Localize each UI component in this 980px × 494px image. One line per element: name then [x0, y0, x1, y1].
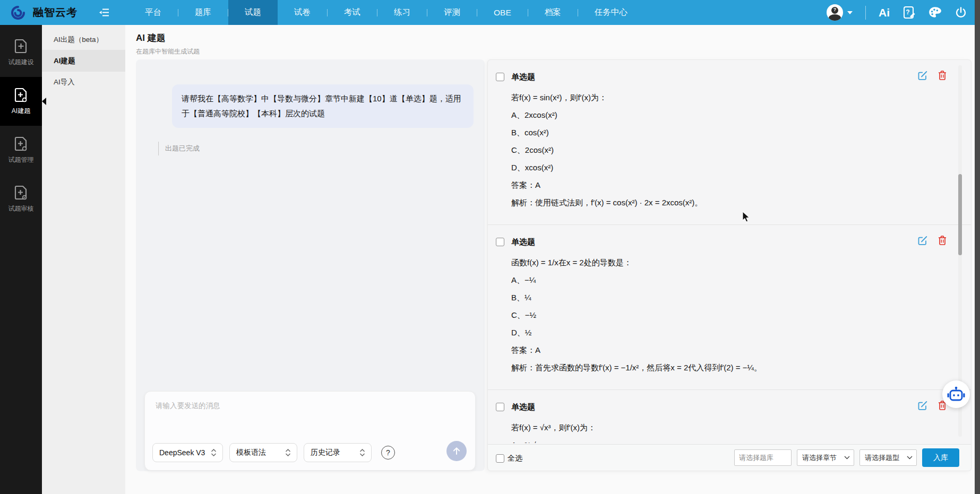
user-avatar[interactable]: ?	[827, 4, 843, 21]
select-all-label: 全选	[508, 454, 522, 463]
app-window: 融智云考 平台 题库 试题 试卷 考试 练习 评测 OBE 档案	[0, 0, 980, 494]
question-option: A、2xcos(x²)	[511, 106, 961, 124]
question-checkbox[interactable]	[496, 238, 504, 246]
menu-collapse-icon[interactable]	[99, 8, 109, 17]
question-type-label: 单选题	[511, 402, 535, 412]
nav-task-center[interactable]: 任务中心	[578, 0, 644, 25]
page-title: AI 建题	[136, 32, 166, 44]
edit-icon[interactable]	[917, 235, 928, 246]
generated-questions-panel: 单选题 若f(x) = sin(x²)，则f′(x)为： A、2xcos(x²)…	[487, 59, 972, 471]
topbar-divider	[865, 6, 866, 20]
chat-toolbar: DeepSeek V3 模板语法 历史记	[152, 443, 395, 462]
status-text: 出题已完成	[165, 144, 200, 153]
logout-power-icon[interactable]	[955, 6, 967, 19]
bank-select-input[interactable]	[734, 449, 792, 466]
module-sidebar: 试题建设 AI建题 试题管理 试题审核	[0, 25, 42, 494]
doc-plus-gear-icon	[14, 87, 28, 103]
question-option: D、½	[511, 324, 961, 341]
question-card: 单选题 函数f(x) = 1/x在x = 2处的导数是： A、−¼ B、¼ C、…	[488, 225, 972, 390]
question-card: 单选题 若f(x) = sin(x²)，则f′(x)为： A、2xcos(x²)…	[488, 60, 972, 225]
panel-scrollbar-thumb[interactable]	[958, 174, 962, 255]
brand-name: 融智云考	[33, 5, 78, 20]
edit-icon[interactable]	[917, 70, 928, 81]
message-input[interactable]	[148, 395, 467, 432]
doc-plus-shield-icon	[14, 136, 28, 152]
history-selector[interactable]: 历史记录	[304, 443, 372, 462]
model-selector[interactable]: DeepSeek V3	[152, 443, 223, 462]
sidebar-item-question-review[interactable]: 试题审核	[0, 175, 42, 223]
question-option: B、cos(x²)	[511, 124, 961, 141]
history-selector-value: 历史记录	[311, 448, 340, 457]
nav-question-bank[interactable]: 题库	[178, 0, 228, 25]
nav-questions[interactable]: 试题	[228, 0, 278, 25]
template-selector-value: 模板语法	[236, 448, 266, 457]
sidebar-item-ai-question[interactable]: AI建题	[0, 77, 42, 126]
edit-icon[interactable]	[917, 400, 928, 411]
select-all-checkbox[interactable]	[496, 454, 504, 463]
question-option: A、−¼	[511, 271, 961, 289]
question-type-label: 单选题	[511, 72, 535, 82]
sidebar-item-question-building[interactable]: 试题建设	[0, 28, 42, 77]
nav-evaluation[interactable]: 评测	[427, 0, 477, 25]
sidebar-item-label: AI建题	[12, 107, 30, 116]
questions-scroll-area: 单选题 若f(x) = sin(x²)，则f′(x)为： A、2xcos(x²)…	[488, 60, 972, 443]
question-answer: 答案：A	[511, 341, 961, 359]
sidebar-item-label: 试题建设	[8, 58, 34, 67]
help-icon[interactable]: ?	[381, 446, 395, 460]
doc-plus-check-icon	[14, 185, 28, 201]
user-message-bubble: 请帮我在【高等数学】中【导数与微分】章节中新建【10】道【单选】题，适用于【普通…	[172, 84, 474, 128]
submenu-sidebar: AI出题（beta） AI建题 AI导入	[42, 25, 125, 494]
question-card: 单选题 若f(x) = √x³，则f′(x)为： A、³⁄₂√x	[488, 390, 972, 443]
question-stem: 若f(x) = √x³，则f′(x)为：	[511, 419, 961, 436]
updown-chevron-icon	[210, 448, 217, 457]
chapter-select[interactable]: 请选择章节	[797, 449, 854, 466]
nav-practice[interactable]: 练习	[377, 0, 427, 25]
question-stem: 函数f(x) = 1/x在x = 2处的导数是：	[511, 254, 961, 271]
question-type-select-value: 请选择题型	[865, 453, 899, 463]
chat-input-card: DeepSeek V3 模板语法 历史记	[144, 391, 476, 471]
template-syntax-selector[interactable]: 模板语法	[229, 443, 297, 462]
submenu-item-ai-build[interactable]: AI建题	[42, 50, 125, 72]
select-all-control: 全选	[496, 454, 522, 463]
import-to-bank-button[interactable]: 入库	[922, 448, 959, 467]
top-nav-bar: 融智云考 平台 题库 试题 试卷 考试 练习 评测 OBE 档案	[0, 0, 980, 25]
question-analysis: 解析：首先求函数的导数f′(x) = −1/x²，然后将x = 2代入得到f′(…	[511, 359, 961, 376]
question-option: B、¼	[511, 289, 961, 306]
robot-assistant-button[interactable]	[942, 380, 970, 408]
robot-icon	[946, 385, 966, 403]
question-option: A、³⁄₂√x	[511, 436, 961, 443]
question-option: C、2cos(x²)	[511, 141, 961, 159]
question-checkbox[interactable]	[496, 73, 504, 81]
delete-icon[interactable]	[938, 70, 947, 81]
question-checkbox[interactable]	[496, 403, 504, 411]
ai-assistant-button[interactable]: Ai	[879, 6, 890, 19]
page-scrollbar[interactable]	[975, 0, 980, 494]
help-doc-icon[interactable]: ?	[902, 6, 915, 20]
delete-icon[interactable]	[938, 235, 947, 246]
nav-archives[interactable]: 档案	[528, 0, 578, 25]
topbar-right-cluster: ? Ai ?	[827, 0, 967, 25]
question-option: D、xcos(x²)	[511, 159, 961, 176]
nav-papers[interactable]: 试卷	[278, 0, 327, 25]
sidebar-item-question-management[interactable]: 试题管理	[0, 126, 42, 175]
question-type-select[interactable]: 请选择题型	[859, 449, 917, 466]
user-menu[interactable]: ?	[827, 4, 853, 21]
chat-panel: 请帮我在【高等数学】中【导数与微分】章节中新建【10】道【单选】题，适用于【普通…	[136, 59, 485, 471]
send-button[interactable]	[446, 441, 467, 461]
chevron-down-icon	[907, 456, 913, 460]
theme-palette-icon[interactable]	[928, 6, 942, 20]
main-nav: 平台 题库 试题 试卷 考试 练习 评测 OBE 档案 任务中心	[128, 0, 644, 25]
updown-chevron-icon	[359, 448, 366, 457]
page-subtitle: 在题库中智能生成试题	[136, 47, 200, 56]
chevron-down-icon[interactable]	[847, 11, 853, 14]
brand-logo-icon	[10, 4, 27, 21]
question-answer: 答案：A	[511, 176, 961, 194]
nav-exams[interactable]: 考试	[328, 0, 377, 25]
submenu-item-ai-import[interactable]: AI导入	[42, 72, 125, 93]
submenu-item-ai-generate-beta[interactable]: AI出题（beta）	[42, 29, 125, 50]
nav-platform[interactable]: 平台	[128, 0, 178, 25]
question-option: C、−½	[511, 306, 961, 324]
questions-footer-bar: 全选 请选择章节 请选择题型 入库	[488, 444, 971, 471]
status-left-bar	[158, 142, 159, 155]
nav-obe[interactable]: OBE	[477, 0, 528, 25]
